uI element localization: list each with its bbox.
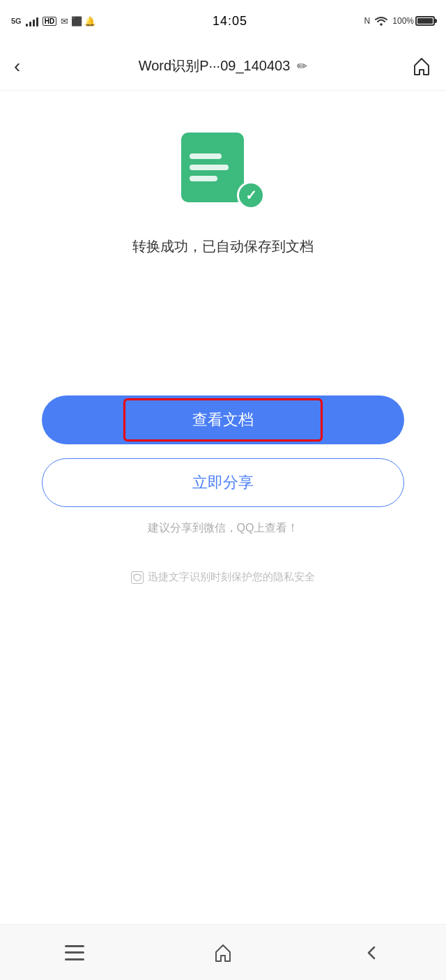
privacy-note: 迅捷文字识别时刻保护您的隐私安全 — [42, 571, 404, 584]
top-nav: ‹ Word识别P···09_140403 ✏ — [0, 42, 446, 91]
home-nav-icon — [213, 943, 233, 963]
home-icon — [411, 56, 432, 77]
hd-badge: HD — [43, 17, 56, 26]
shield-icon — [131, 571, 144, 584]
doc-line-1 — [190, 153, 222, 159]
network-n-label: N — [364, 16, 371, 26]
notification-icons: ✉ ⬛ 🔔 — [61, 16, 95, 27]
back-arrow-icon: ‹ — [14, 55, 20, 77]
buttons-area: 查看文档 立即分享 建议分享到微信，QQ上查看！ 迅捷文字识别时刻保护您的隐私安… — [28, 395, 418, 584]
menu-nav-item[interactable] — [47, 939, 102, 967]
view-doc-button[interactable]: 查看文档 — [42, 395, 404, 444]
status-right: N 100% — [364, 15, 435, 27]
status-left: 5G HD ✉ ⬛ 🔔 — [11, 15, 95, 27]
view-doc-label: 查看文档 — [192, 411, 254, 428]
edit-icon[interactable]: ✏ — [297, 59, 307, 74]
main-content: 转换成功，已自动保存到文档 查看文档 立即分享 建议分享到微信，QQ上查看！ 迅… — [0, 91, 446, 924]
back-nav-item[interactable] — [344, 939, 399, 967]
document-icon — [181, 133, 244, 202]
battery-body — [415, 16, 435, 26]
success-icon-container — [181, 133, 265, 209]
privacy-text: 迅捷文字识别时刻保护您的隐私安全 — [148, 571, 315, 584]
nav-title-area: Word识别P···09_140403 ✏ — [42, 56, 404, 75]
battery-indicator: 100% — [392, 16, 435, 26]
clock: 14:05 — [213, 14, 247, 29]
signal-bars-icon — [26, 15, 38, 27]
battery-percent: 100% — [392, 16, 414, 26]
share-button[interactable]: 立即分享 — [42, 458, 404, 507]
svg-point-0 — [380, 24, 383, 26]
back-button[interactable]: ‹ — [14, 55, 42, 77]
home-button[interactable] — [404, 56, 432, 77]
success-message: 转换成功，已自动保存到文档 — [132, 237, 314, 256]
check-badge-icon — [237, 181, 265, 209]
doc-line-3 — [190, 176, 217, 181]
back-nav-icon — [362, 943, 381, 963]
share-label: 立即分享 — [192, 474, 254, 491]
doc-line-2 — [190, 165, 229, 170]
signal-5g-label: 5G — [11, 17, 22, 25]
bottom-nav-bar — [0, 924, 446, 980]
battery-fill — [417, 18, 433, 24]
menu-icon — [65, 945, 84, 960]
wifi-icon — [374, 15, 388, 27]
home-nav-item[interactable] — [195, 939, 251, 967]
status-bar: 5G HD ✉ ⬛ 🔔 14:05 N 100% — [0, 0, 446, 42]
share-hint: 建议分享到微信，QQ上查看！ — [42, 521, 404, 536]
page-title: Word识别P···09_140403 — [139, 56, 291, 75]
